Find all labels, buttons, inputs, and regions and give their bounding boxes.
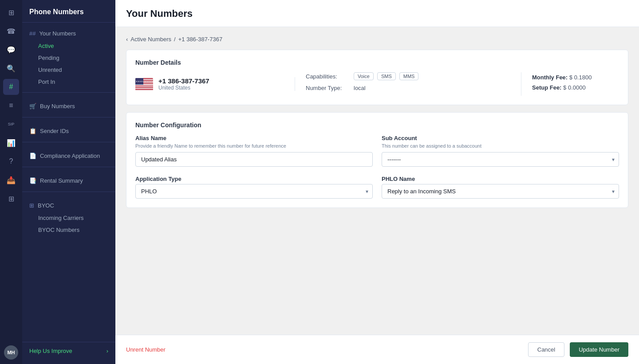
dashboard-icon[interactable]: ⊞ (3, 191, 19, 207)
search-icon[interactable]: 🔍 (3, 60, 19, 76)
application-type-label: Application Type (135, 176, 373, 182)
capability-voice: Voice (354, 72, 374, 80)
page-title: Your Numbers (126, 8, 628, 20)
number-details-title: Number Details (135, 59, 619, 66)
number-details-card: Number Details (126, 50, 628, 105)
number-type-label: Number Type: (306, 85, 350, 91)
sidebar-rental-section: 📑 Rental Summary (22, 170, 115, 189)
sidebar-group-byoc[interactable]: ⊞ BYOC (22, 199, 115, 212)
number-config-card: Number Configuration Alias Name Provide … (126, 112, 628, 208)
fees-section: Monthly Fee: $ 0.1800 Setup Fee: $ 0.000… (521, 74, 619, 94)
sidebar-group-rental[interactable]: 📑 Rental Summary (22, 174, 115, 187)
setup-fee-value: $ 0.0000 (563, 84, 586, 91)
config-row-alias-sub: Alias Name Provide a friendly Name to re… (135, 135, 619, 167)
number-config-title: Number Configuration (135, 121, 619, 129)
number-flag-section: ★★★★★★★★★★★★★★★★★★★★★★★★★★★★★★★★★★★★★★★★… (135, 77, 295, 91)
sidebar-compliance-section: 📄 Compliance Application (22, 145, 115, 164)
sidebar-byoc-section: ⊞ BYOC Incoming Carriers BYOC Numbers (22, 195, 115, 238)
sidebar-your-numbers-section: ## Your Numbers Active Pending Unrented … (22, 23, 115, 90)
main-body: ‹ Active Numbers / +1 386-387-7367 Numbe… (115, 27, 639, 335)
capability-mms: MMS (399, 72, 419, 80)
chevron-right-icon: › (106, 348, 108, 354)
unrent-number-link[interactable]: Unrent Number (126, 346, 166, 353)
alias-name-input[interactable] (135, 152, 373, 167)
sidebar-item-incoming-carriers[interactable]: Incoming Carriers (22, 212, 115, 224)
sub-account-col: Sub Account This number can be assigned … (382, 135, 619, 167)
sidebar-header: Phone Numbers (22, 0, 115, 23)
sip-icon[interactable]: SIP (3, 116, 19, 132)
config-row-app-type: Application Type PHLO ▾ PHLO Name Reply … (135, 176, 619, 199)
alias-name-hint: Provide a friendly Name to remember this… (135, 143, 373, 149)
application-type-select[interactable]: PHLO (135, 184, 373, 199)
avatar[interactable]: MH (4, 345, 18, 360)
cancel-button[interactable]: Cancel (528, 342, 564, 357)
capabilities-label: Capabilities: (306, 73, 350, 80)
buy-numbers-icon: 🛒 (29, 103, 36, 110)
sub-account-select[interactable]: ------- (382, 152, 619, 167)
main-header: Your Numbers (115, 0, 639, 27)
capabilities-section: Capabilities: Voice SMS MMS Number Type:… (295, 72, 521, 96)
phlo-name-select-wrapper: Reply to an Incoming SMS ▾ (382, 184, 619, 199)
sender-ids-icon: 📋 (29, 128, 36, 134)
rental-icon: 📑 (29, 177, 36, 184)
report-icon[interactable]: 📊 (3, 135, 19, 151)
sidebar-item-unrented[interactable]: Unrented (22, 64, 115, 76)
grid-icon[interactable]: ⊞ (3, 4, 19, 20)
chevron-left-icon: ‹ (126, 36, 128, 43)
breadcrumb-separator: / (174, 36, 176, 43)
sidebar-buy-numbers-section: 🛒 Buy Numbers (22, 95, 115, 114)
application-type-select-wrapper: PHLO ▾ (135, 184, 373, 199)
main-content: Your Numbers ‹ Active Numbers / +1 386-3… (115, 0, 639, 364)
sidebar-group-your-numbers[interactable]: ## Your Numbers (22, 27, 115, 40)
monthly-fee-label: Monthly Fee: (532, 74, 568, 81)
sidebar-item-port-in[interactable]: Port In (22, 76, 115, 88)
number-type-value: local (354, 85, 366, 91)
breadcrumb-parent[interactable]: Active Numbers (130, 36, 171, 43)
number-details-row: ★★★★★★★★★★★★★★★★★★★★★★★★★★★★★★★★★★★★★★★★… (135, 72, 619, 96)
alias-name-col: Alias Name Provide a friendly Name to re… (135, 135, 373, 167)
sidebar-group-compliance[interactable]: 📄 Compliance Application (22, 149, 115, 162)
number-info: +1 386-387-7367 United States (158, 77, 209, 91)
inbox-icon[interactable]: 📥 (3, 172, 19, 188)
us-flag: ★★★★★★★★★★★★★★★★★★★★★★★★★★★★★★★★★★★★★★★★… (135, 78, 153, 90)
sub-account-hint: This number can be assigned to a subacco… (382, 143, 619, 149)
monthly-fee-row: Monthly Fee: $ 0.1800 (532, 74, 619, 81)
sidebar-item-byoc-numbers[interactable]: BYOC Numbers (22, 224, 115, 236)
footer: Unrent Number Cancel Update Number (115, 335, 639, 364)
monthly-fee-value: $ 0.1800 (569, 74, 592, 81)
sub-account-label: Sub Account (382, 135, 619, 141)
divider-2 (22, 117, 115, 117)
footer-buttons: Cancel Update Number (528, 342, 628, 357)
list-icon[interactable]: ≡ (3, 98, 19, 114)
sidebar-group-sender-ids[interactable]: 📋 Sender IDs (22, 125, 115, 137)
phlo-name-col: PHLO Name Reply to an Incoming SMS ▾ (382, 176, 619, 199)
compliance-icon: 📄 (29, 153, 36, 159)
number-type-row: Number Type: local (306, 85, 510, 91)
setup-fee-label: Setup Fee: (532, 84, 561, 91)
sidebar-sender-ids-section: 📋 Sender IDs (22, 120, 115, 139)
phone-icon[interactable]: ☎ (3, 23, 19, 39)
chat-icon[interactable]: 💬 (3, 42, 19, 58)
country: United States (158, 85, 209, 91)
sidebar-item-active[interactable]: Active (22, 40, 115, 52)
sidebar: Phone Numbers ## Your Numbers Active Pen… (22, 0, 115, 364)
divider-3 (22, 142, 115, 142)
setup-fee-row: Setup Fee: $ 0.0000 (532, 84, 619, 91)
divider-4 (22, 167, 115, 167)
phone-number: +1 386-387-7367 (158, 77, 209, 85)
sidebar-group-buy-numbers[interactable]: 🛒 Buy Numbers (22, 100, 115, 113)
application-type-col: Application Type PHLO ▾ (135, 176, 373, 199)
your-numbers-icon: ## (29, 30, 36, 37)
help-us-improve[interactable]: Help Us Improve › (22, 342, 115, 360)
hashtag-icon[interactable]: # (3, 79, 19, 95)
update-number-button[interactable]: Update Number (570, 342, 628, 357)
sidebar-item-pending[interactable]: Pending (22, 52, 115, 64)
help-icon[interactable]: ? (3, 153, 19, 169)
capabilities-row: Capabilities: Voice SMS MMS (306, 72, 510, 80)
sub-account-select-wrapper: ------- ▾ (382, 152, 619, 167)
alias-name-label: Alias Name (135, 135, 373, 141)
breadcrumb: ‹ Active Numbers / +1 386-387-7367 (126, 36, 628, 43)
phlo-name-select[interactable]: Reply to an Incoming SMS (382, 184, 619, 199)
phlo-name-label: PHLO Name (382, 176, 619, 182)
icon-rail: ⊞ ☎ 💬 🔍 # ≡ SIP 📊 ? 📥 ⊞ MH (0, 0, 22, 364)
